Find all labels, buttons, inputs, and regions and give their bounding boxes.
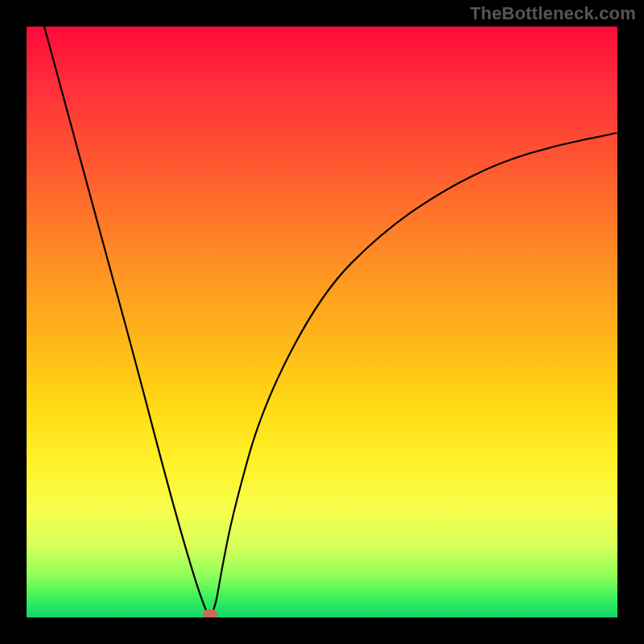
bottleneck-curve xyxy=(27,27,617,617)
plot-area xyxy=(27,27,617,617)
optimal-point-marker xyxy=(203,609,217,617)
watermark-text: TheBottleneck.com xyxy=(470,3,636,24)
chart-frame: TheBottleneck.com xyxy=(0,0,644,644)
